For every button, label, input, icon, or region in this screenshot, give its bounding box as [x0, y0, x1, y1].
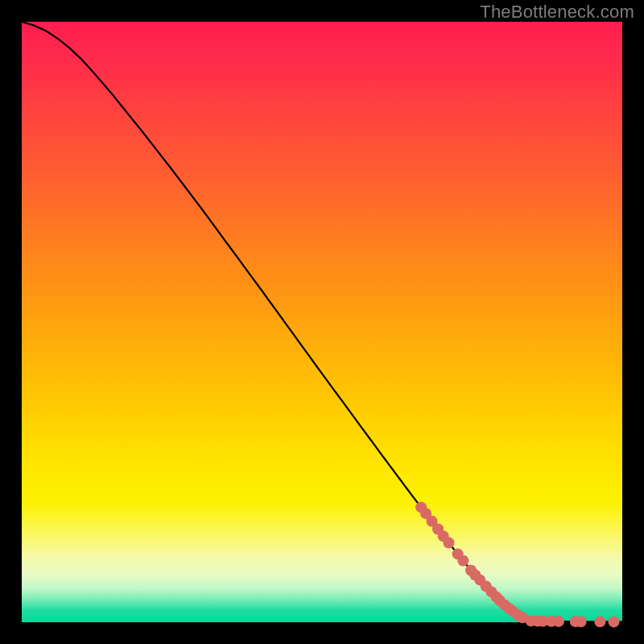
bottleneck-curve — [22, 22, 622, 621]
data-point — [443, 537, 454, 548]
data-point — [594, 616, 605, 627]
plot-area — [22, 22, 622, 622]
chart-frame: TheBottleneck.com — [0, 0, 644, 644]
data-point — [576, 616, 587, 627]
chart-overlay — [22, 22, 622, 622]
watermark-text: TheBottleneck.com — [480, 2, 634, 23]
data-point — [457, 555, 469, 566]
data-points-group — [415, 502, 619, 627]
data-point — [609, 616, 620, 627]
data-point — [553, 616, 564, 627]
